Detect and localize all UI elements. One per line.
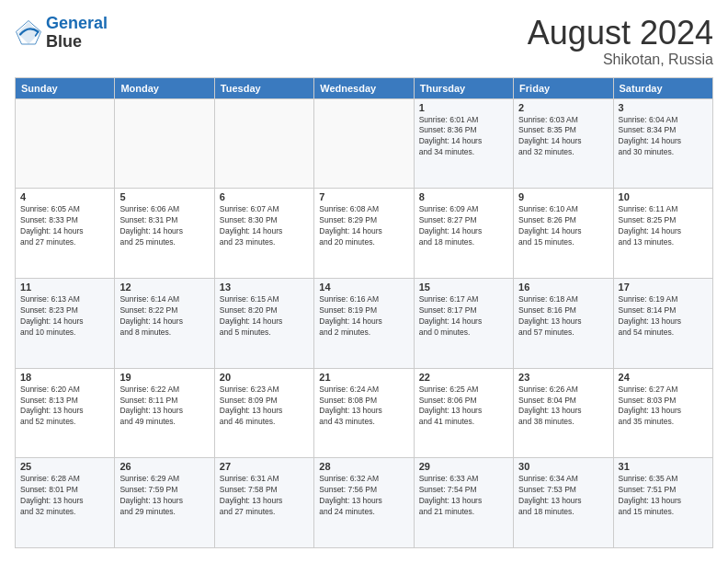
calendar-day-cell: 9Sunrise: 6:10 AM Sunset: 8:26 PM Daylig… — [514, 189, 613, 279]
day-number: 30 — [518, 461, 608, 472]
calendar-week-row: 11Sunrise: 6:13 AM Sunset: 8:23 PM Dayli… — [16, 278, 713, 368]
calendar-week-row: 18Sunrise: 6:20 AM Sunset: 8:13 PM Dayli… — [16, 368, 713, 458]
day-info: Sunrise: 6:03 AM Sunset: 8:35 PM Dayligh… — [518, 115, 608, 159]
day-info: Sunrise: 6:05 AM Sunset: 8:33 PM Dayligh… — [20, 204, 109, 248]
day-info: Sunrise: 6:14 AM Sunset: 8:22 PM Dayligh… — [119, 294, 209, 339]
calendar-header-row: SundayMondayTuesdayWednesdayThursdayFrid… — [16, 77, 713, 98]
main-title: August 2024 — [528, 15, 713, 52]
day-info: Sunrise: 6:01 AM Sunset: 8:36 PM Dayligh… — [419, 115, 508, 159]
subtitle: Shikotan, Russia — [528, 52, 713, 68]
calendar-day-cell — [16, 98, 115, 189]
calendar-day-cell: 26Sunrise: 6:29 AM Sunset: 7:59 PM Dayli… — [115, 458, 214, 548]
calendar-day-cell: 18Sunrise: 6:20 AM Sunset: 8:13 PM Dayli… — [16, 368, 115, 458]
logo-icon — [15, 19, 42, 47]
day-number: 20 — [220, 372, 309, 383]
calendar-week-row: 4Sunrise: 6:05 AM Sunset: 8:33 PM Daylig… — [16, 189, 713, 279]
calendar-day-cell: 1Sunrise: 6:01 AM Sunset: 8:36 PM Daylig… — [414, 98, 513, 189]
calendar-header-cell: Sunday — [16, 77, 115, 98]
day-info: Sunrise: 6:23 AM Sunset: 8:09 PM Dayligh… — [220, 385, 309, 429]
day-info: Sunrise: 6:04 AM Sunset: 8:34 PM Dayligh… — [619, 115, 708, 159]
day-info: Sunrise: 6:11 AM Sunset: 8:25 PM Dayligh… — [619, 204, 708, 248]
day-info: Sunrise: 6:32 AM Sunset: 7:56 PM Dayligh… — [319, 474, 408, 518]
title-block: August 2024 Shikotan, Russia — [528, 15, 713, 68]
day-number: 6 — [220, 191, 309, 202]
day-number: 7 — [319, 191, 408, 202]
day-number: 4 — [20, 191, 109, 202]
calendar-day-cell: 23Sunrise: 6:26 AM Sunset: 8:04 PM Dayli… — [514, 368, 613, 458]
calendar-day-cell: 2Sunrise: 6:03 AM Sunset: 8:35 PM Daylig… — [514, 98, 613, 189]
day-number: 8 — [419, 191, 508, 202]
calendar-header-cell: Monday — [115, 77, 214, 98]
calendar-day-cell: 30Sunrise: 6:34 AM Sunset: 7:53 PM Dayli… — [514, 458, 613, 548]
calendar-day-cell: 4Sunrise: 6:05 AM Sunset: 8:33 PM Daylig… — [16, 189, 115, 279]
calendar-day-cell: 15Sunrise: 6:17 AM Sunset: 8:17 PM Dayli… — [414, 278, 513, 368]
day-info: Sunrise: 6:19 AM Sunset: 8:14 PM Dayligh… — [619, 294, 708, 339]
calendar-day-cell: 12Sunrise: 6:14 AM Sunset: 8:22 PM Dayli… — [115, 278, 214, 368]
day-info: Sunrise: 6:18 AM Sunset: 8:16 PM Dayligh… — [518, 294, 608, 339]
page: General Blue August 2024 Shikotan, Russi… — [0, 0, 728, 563]
day-number: 13 — [220, 282, 309, 293]
header: General Blue August 2024 Shikotan, Russi… — [15, 15, 713, 68]
day-number: 14 — [319, 282, 408, 293]
calendar-day-cell: 27Sunrise: 6:31 AM Sunset: 7:58 PM Dayli… — [214, 458, 313, 548]
day-info: Sunrise: 6:25 AM Sunset: 8:06 PM Dayligh… — [419, 385, 508, 429]
day-info: Sunrise: 6:15 AM Sunset: 8:20 PM Dayligh… — [220, 294, 309, 339]
calendar-day-cell: 8Sunrise: 6:09 AM Sunset: 8:27 PM Daylig… — [414, 189, 513, 279]
calendar-day-cell: 21Sunrise: 6:24 AM Sunset: 8:08 PM Dayli… — [314, 368, 414, 458]
day-number: 12 — [119, 282, 209, 293]
day-number: 2 — [518, 102, 608, 113]
calendar-day-cell: 22Sunrise: 6:25 AM Sunset: 8:06 PM Dayli… — [414, 368, 513, 458]
calendar-day-cell: 10Sunrise: 6:11 AM Sunset: 8:25 PM Dayli… — [613, 189, 712, 279]
day-info: Sunrise: 6:24 AM Sunset: 8:08 PM Dayligh… — [319, 385, 408, 429]
day-info: Sunrise: 6:28 AM Sunset: 8:01 PM Dayligh… — [20, 474, 109, 518]
day-info: Sunrise: 6:29 AM Sunset: 7:59 PM Dayligh… — [119, 474, 209, 518]
day-number: 26 — [119, 461, 209, 472]
day-number: 10 — [619, 191, 708, 202]
day-info: Sunrise: 6:10 AM Sunset: 8:26 PM Dayligh… — [518, 204, 608, 248]
calendar-day-cell: 5Sunrise: 6:06 AM Sunset: 8:31 PM Daylig… — [115, 189, 214, 279]
calendar-day-cell: 31Sunrise: 6:35 AM Sunset: 7:51 PM Dayli… — [613, 458, 712, 548]
day-number: 22 — [419, 372, 508, 383]
day-number: 19 — [119, 372, 209, 383]
day-number: 15 — [419, 282, 508, 293]
calendar-day-cell: 20Sunrise: 6:23 AM Sunset: 8:09 PM Dayli… — [214, 368, 313, 458]
day-number: 3 — [619, 102, 708, 113]
calendar-week-row: 1Sunrise: 6:01 AM Sunset: 8:36 PM Daylig… — [16, 98, 713, 189]
day-info: Sunrise: 6:26 AM Sunset: 8:04 PM Dayligh… — [518, 385, 608, 429]
calendar-day-cell — [314, 98, 414, 189]
calendar-header-cell: Friday — [514, 77, 613, 98]
calendar-table: SundayMondayTuesdayWednesdayThursdayFrid… — [15, 77, 713, 548]
day-number: 29 — [419, 461, 508, 472]
calendar-day-cell: 14Sunrise: 6:16 AM Sunset: 8:19 PM Dayli… — [314, 278, 414, 368]
calendar-day-cell — [214, 98, 313, 189]
calendar-day-cell: 17Sunrise: 6:19 AM Sunset: 8:14 PM Dayli… — [613, 278, 712, 368]
day-info: Sunrise: 6:17 AM Sunset: 8:17 PM Dayligh… — [419, 294, 508, 339]
day-info: Sunrise: 6:13 AM Sunset: 8:23 PM Dayligh… — [20, 294, 109, 339]
calendar-day-cell: 25Sunrise: 6:28 AM Sunset: 8:01 PM Dayli… — [16, 458, 115, 548]
day-number: 27 — [220, 461, 309, 472]
day-number: 28 — [319, 461, 408, 472]
day-number: 17 — [619, 282, 708, 293]
calendar-header-cell: Wednesday — [314, 77, 414, 98]
calendar-day-cell: 13Sunrise: 6:15 AM Sunset: 8:20 PM Dayli… — [214, 278, 313, 368]
logo-text: General Blue — [46, 15, 108, 52]
day-info: Sunrise: 6:22 AM Sunset: 8:11 PM Dayligh… — [119, 385, 209, 429]
day-info: Sunrise: 6:35 AM Sunset: 7:51 PM Dayligh… — [619, 474, 708, 518]
calendar-header-cell: Tuesday — [214, 77, 313, 98]
calendar-day-cell: 24Sunrise: 6:27 AM Sunset: 8:03 PM Dayli… — [613, 368, 712, 458]
day-number: 11 — [20, 282, 109, 293]
day-number: 16 — [518, 282, 608, 293]
calendar-day-cell: 16Sunrise: 6:18 AM Sunset: 8:16 PM Dayli… — [514, 278, 613, 368]
day-number: 25 — [20, 461, 109, 472]
day-info: Sunrise: 6:34 AM Sunset: 7:53 PM Dayligh… — [518, 474, 608, 518]
calendar-day-cell — [115, 98, 214, 189]
calendar-day-cell: 29Sunrise: 6:33 AM Sunset: 7:54 PM Dayli… — [414, 458, 513, 548]
day-info: Sunrise: 6:33 AM Sunset: 7:54 PM Dayligh… — [419, 474, 508, 518]
day-info: Sunrise: 6:06 AM Sunset: 8:31 PM Dayligh… — [119, 204, 209, 248]
calendar-day-cell: 28Sunrise: 6:32 AM Sunset: 7:56 PM Dayli… — [314, 458, 414, 548]
day-number: 1 — [419, 102, 508, 113]
day-info: Sunrise: 6:08 AM Sunset: 8:29 PM Dayligh… — [319, 204, 408, 248]
day-number: 21 — [319, 372, 408, 383]
day-number: 31 — [619, 461, 708, 472]
calendar-week-row: 25Sunrise: 6:28 AM Sunset: 8:01 PM Dayli… — [16, 458, 713, 548]
